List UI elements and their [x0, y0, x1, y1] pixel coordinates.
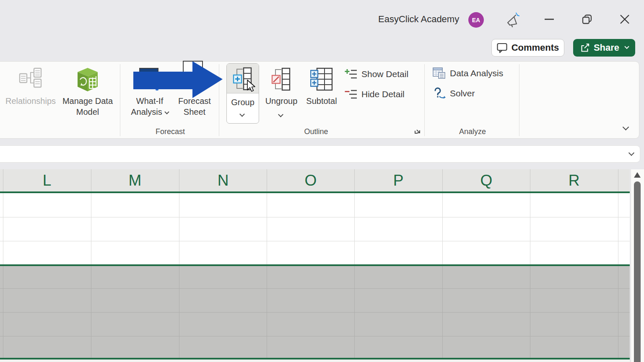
column-header-Q[interactable]: Q — [442, 169, 530, 191]
share-button[interactable]: Share — [573, 39, 635, 57]
scrollbar-up-arrow-icon[interactable] — [634, 172, 641, 178]
ribbon-group-divider — [424, 64, 425, 136]
ungroup-dropdown-chevron-icon — [278, 112, 283, 117]
ribbon-group-divider — [120, 64, 120, 136]
whats-new-megaphone-icon[interactable] — [504, 11, 521, 28]
manage-data-model-icon — [76, 67, 99, 94]
vertical-scrollbar[interactable] — [631, 169, 644, 362]
group-dropdown-chevron-icon — [239, 111, 245, 117]
share-icon — [580, 43, 590, 53]
subtotal-button[interactable]: Subtotal — [302, 64, 341, 137]
column-header-L[interactable]: L — [3, 169, 91, 191]
column-header-O[interactable]: O — [267, 169, 355, 191]
relationships-button[interactable]: Relationships — [3, 64, 59, 137]
column-header-R[interactable]: R — [530, 169, 618, 191]
scrollbar-thumb[interactable] — [634, 181, 641, 362]
solver-label: Solver — [450, 88, 475, 98]
solver-button[interactable]: Solver — [433, 87, 475, 100]
outline-dialog-launcher-icon[interactable] — [413, 127, 422, 135]
selected-rows-region[interactable] — [0, 266, 630, 358]
manage-data-model-button[interactable]: Manage Data Model — [62, 64, 113, 137]
ribbon-collapse-button[interactable] — [621, 125, 631, 132]
spreadsheet-grid[interactable]: L M N O P Q R — [0, 169, 630, 362]
relationships-label: Relationships — [3, 96, 59, 106]
minimize-button[interactable] — [542, 12, 557, 27]
account-name[interactable]: EasyClick Academy — [378, 14, 459, 25]
subtotal-icon — [310, 67, 333, 93]
manage-data-model-label: Manage Data Model — [62, 96, 113, 117]
column-header-N[interactable]: N — [179, 169, 267, 191]
mouse-cursor-icon — [246, 80, 257, 94]
comments-button[interactable]: Comments — [491, 39, 564, 57]
annotation-arrow — [133, 59, 224, 101]
share-dropdown-chevron-icon — [624, 44, 629, 49]
formula-bar-expand-chevron-icon[interactable] — [627, 151, 636, 158]
relationships-icon — [18, 67, 43, 90]
ungroup-icon — [271, 67, 291, 93]
minimize-icon — [544, 18, 554, 20]
ribbon-group-caption-outline: Outline — [285, 127, 348, 136]
column-header-M[interactable]: M — [91, 169, 179, 191]
partial-row[interactable] — [0, 359, 630, 362]
show-detail-button[interactable]: Show Detail — [345, 68, 408, 80]
show-detail-icon — [345, 69, 357, 80]
data-analysis-icon — [433, 67, 446, 80]
column-header-row: L M N O P Q R — [0, 169, 630, 191]
ungroup-button[interactable]: Ungroup — [262, 64, 301, 137]
avatar[interactable]: EA — [468, 12, 484, 28]
hide-detail-button[interactable]: Hide Detail — [345, 88, 405, 101]
what-if-dropdown-chevron-icon — [164, 110, 169, 114]
ribbon-group-caption-analyze: Analyze — [441, 127, 504, 136]
avatar-initials: EA — [472, 17, 480, 23]
unselected-rows-region[interactable] — [0, 193, 630, 264]
show-detail-label: Show Detail — [361, 69, 408, 79]
hide-detail-label: Hide Detail — [361, 89, 405, 99]
group-label: Group — [227, 97, 259, 108]
subtotal-label: Subtotal — [302, 96, 341, 106]
data-analysis-button[interactable]: Data Analysis — [433, 67, 503, 80]
solver-icon — [433, 87, 446, 100]
comments-icon — [497, 43, 508, 53]
close-button[interactable] — [617, 12, 632, 27]
formula-bar[interactable] — [0, 145, 640, 163]
restore-button[interactable] — [579, 12, 595, 27]
ribbon-group-divider — [519, 64, 519, 136]
ribbon-collapse-chevron-icon — [622, 124, 629, 131]
column-header-P[interactable]: P — [354, 169, 442, 191]
excel-window: EasyClick Academy EA Comments — [0, 0, 644, 362]
data-analysis-label: Data Analysis — [450, 68, 503, 78]
close-icon — [620, 14, 630, 24]
hide-detail-icon — [345, 89, 357, 100]
comments-label: Comments — [512, 42, 559, 53]
ungroup-label: Ungroup — [262, 96, 301, 106]
share-label: Share — [594, 42, 619, 53]
ribbon-group-caption-forecast: Forecast — [139, 127, 202, 136]
restore-icon — [582, 14, 592, 25]
